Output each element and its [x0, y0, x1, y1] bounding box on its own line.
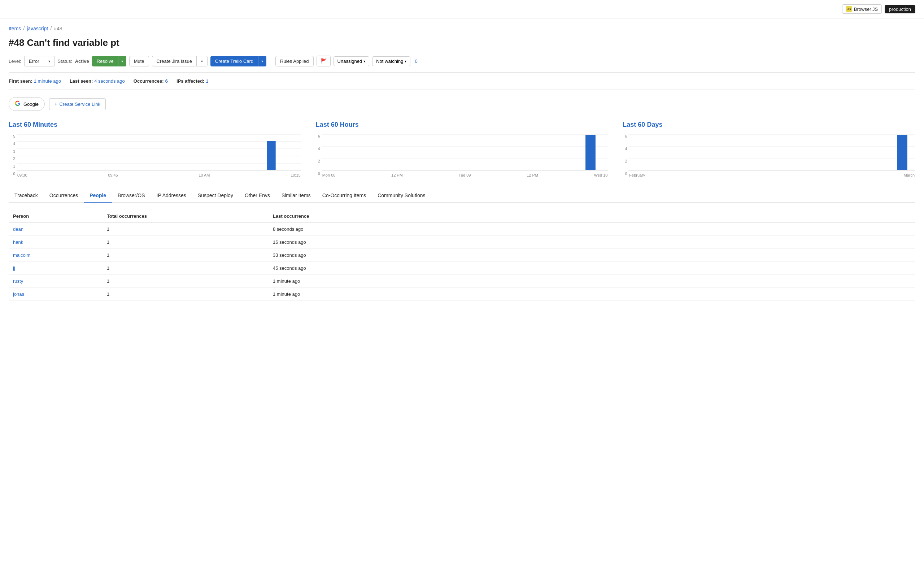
first-seen-value: 1 minute ago — [34, 78, 61, 84]
create-jira-button[interactable]: Create Jira Issue — [152, 56, 196, 66]
status-label: Status: Active — [58, 59, 89, 64]
tab-traceback[interactable]: Traceback — [9, 189, 44, 203]
svg-rect-12 — [585, 135, 596, 170]
level-label: Level: — [9, 59, 21, 64]
chart-60-days-svg — [628, 134, 915, 170]
create-service-link-button[interactable]: + Create Service Link — [49, 98, 106, 110]
mute-button[interactable]: Mute — [129, 56, 149, 66]
tab-occurrences[interactable]: Occurrences — [44, 189, 84, 203]
person-occurrences: 1 — [102, 249, 268, 262]
tab-similar-items[interactable]: Similar Items — [276, 189, 316, 203]
chart-60-min-svg — [16, 134, 302, 170]
chart-60-min-title: Last 60 Minutes — [9, 121, 302, 129]
ips-value: 1 — [206, 78, 208, 84]
tab-community-solutions[interactable]: Community Solutions — [372, 189, 431, 203]
svg-rect-18 — [897, 135, 908, 170]
assign-caret: ▾ — [363, 59, 365, 63]
person-link[interactable]: dean — [13, 227, 24, 232]
meta-row: First seen: 1 minute ago Last seen: 4 se… — [9, 78, 915, 90]
person-link[interactable]: rusty — [13, 278, 23, 284]
occurrences: Occurrences: 6 — [134, 78, 168, 84]
tab-people[interactable]: People — [84, 189, 112, 203]
chart-60-days: Last 60 Days 6 4 2 0 — [622, 121, 915, 177]
last-seen-value: 4 seconds ago — [94, 78, 125, 84]
level-dropdown[interactable]: ▾ — [44, 56, 55, 66]
assign-button[interactable]: Unassigned ▾ — [333, 56, 370, 66]
svg-rect-6 — [267, 141, 276, 170]
table-row: jj 1 45 seconds ago — [9, 262, 915, 275]
table-row: jonas 1 1 minute ago — [9, 288, 915, 301]
watch-label: Not watching — [376, 59, 403, 64]
service-links: Google + Create Service Link — [9, 97, 915, 111]
person-name: jonas — [9, 288, 102, 301]
level-selector[interactable]: Error ▾ — [24, 56, 55, 66]
person-occurrences: 1 — [102, 288, 268, 301]
create-jira-group: Create Jira Issue ▾ — [152, 56, 207, 66]
breadcrumb-issue: #48 — [54, 26, 62, 32]
toolbar: Level: Error ▾ Status: Active Resolve ▾ … — [9, 56, 915, 73]
person-link[interactable]: hank — [13, 239, 23, 245]
level-value[interactable]: Error — [24, 56, 44, 66]
occurrences-label: Occurrences: — [134, 78, 164, 84]
production-badge: production — [885, 5, 915, 14]
resolve-group: Resolve ▾ — [92, 56, 126, 66]
breadcrumb-items[interactable]: Items — [9, 26, 21, 32]
watch-count: 0 — [413, 59, 418, 64]
person-last-occurrence: 45 seconds ago — [268, 262, 915, 275]
env-label: Browser JS — [854, 6, 878, 12]
tab-co-occurring[interactable]: Co-Occurring Items — [316, 189, 372, 203]
chart-60-hrs-title: Last 60 Hours — [316, 121, 609, 129]
main-content: Items / javascript / #48 #48 Can't find … — [0, 18, 924, 308]
tab-other-envs[interactable]: Other Envs — [239, 189, 276, 203]
occurrences-value[interactable]: 6 — [165, 78, 168, 84]
person-name: jj — [9, 262, 102, 275]
person-link[interactable]: jonas — [13, 291, 24, 297]
breadcrumb-sep2: / — [50, 26, 52, 32]
watch-button[interactable]: Not watching ▾ — [372, 56, 410, 66]
person-last-occurrence: 1 minute ago — [268, 288, 915, 301]
google-icon — [15, 101, 21, 108]
top-bar: JS Browser JS production — [0, 0, 924, 18]
tab-suspect-deploy[interactable]: Suspect Deploy — [192, 189, 239, 203]
rules-applied-button[interactable]: Rules Applied — [275, 56, 314, 66]
google-label: Google — [24, 102, 39, 107]
person-link[interactable]: malcolm — [13, 252, 30, 258]
first-seen-label: First seen: — [9, 78, 33, 84]
col-header-person: Person — [9, 210, 102, 223]
create-trello-button[interactable]: Create Trello Card — [210, 56, 258, 66]
tab-ip-addresses[interactable]: IP Addresses — [151, 189, 192, 203]
breadcrumb-sep1: / — [23, 26, 24, 32]
flag-button[interactable]: 🚩 — [316, 56, 331, 66]
person-occurrences: 1 — [102, 262, 268, 275]
breadcrumb-javascript[interactable]: javascript — [27, 26, 48, 32]
person-link[interactable]: jj — [13, 266, 15, 271]
create-link-label: Create Service Link — [60, 102, 100, 107]
person-name: rusty — [9, 275, 102, 288]
table-row: hank 1 16 seconds ago — [9, 236, 915, 249]
first-seen: First seen: 1 minute ago — [9, 78, 61, 84]
google-button[interactable]: Google — [9, 97, 45, 111]
ips-affected: IPs affected: 1 — [177, 78, 208, 84]
env-badge: JS Browser JS — [842, 5, 882, 14]
resolve-dropdown[interactable]: ▾ — [118, 56, 126, 66]
tab-browser-os[interactable]: Browser/OS — [112, 189, 150, 203]
assign-label: Unassigned — [338, 59, 362, 64]
person-last-occurrence: 1 minute ago — [268, 275, 915, 288]
chart-60-minutes: Last 60 Minutes 5 4 3 2 1 0 — [9, 121, 302, 177]
person-name: malcolm — [9, 249, 102, 262]
create-trello-group: Create Trello Card ▾ — [210, 56, 266, 66]
charts-section: Last 60 Minutes 5 4 3 2 1 0 — [9, 121, 915, 177]
create-jira-dropdown[interactable]: ▾ — [196, 56, 207, 66]
page-title: #48 Can't find variable pt — [9, 37, 915, 48]
col-header-last: Last occurrence — [268, 210, 915, 223]
person-name: dean — [9, 223, 102, 236]
chart-60-hrs-x-labels: Mon 08 12 PM Tue 09 12 PM Wed 10 — [322, 173, 609, 177]
status-value: Active — [75, 59, 89, 64]
chart-60-days-x-labels: February March — [628, 173, 915, 177]
toolbar-divider — [271, 57, 271, 65]
js-icon: JS — [846, 6, 852, 12]
create-trello-dropdown[interactable]: ▾ — [258, 56, 266, 66]
resolve-button[interactable]: Resolve — [92, 56, 118, 66]
breadcrumb: Items / javascript / #48 — [9, 26, 915, 32]
chart-60-min-x-labels: 09:30 09:45 10 AM 10:15 — [16, 173, 302, 177]
